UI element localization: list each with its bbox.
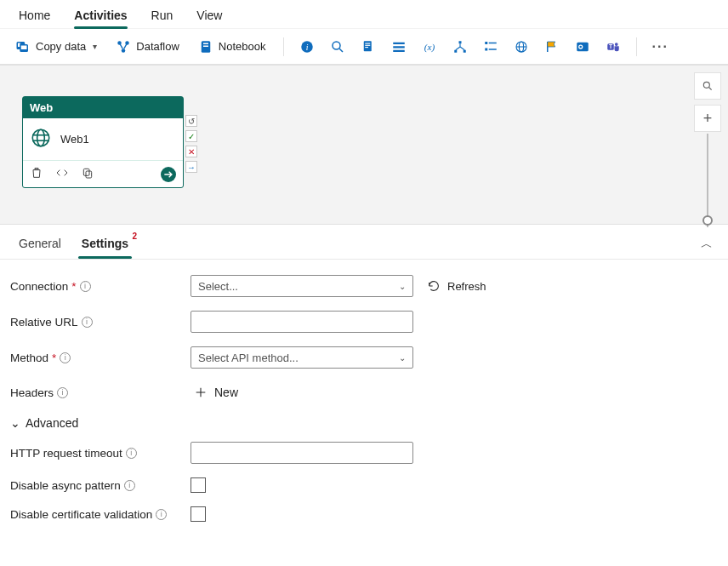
copy-icon[interactable]: [81, 166, 94, 182]
disable-cert-label-text: Disable certificate validation: [10, 508, 152, 521]
disable-async-label-text: Disable async pattern: [10, 479, 121, 492]
variable-icon[interactable]: (x): [417, 36, 442, 58]
top-menu: Home Activities Run View: [0, 0, 728, 29]
chevron-down-icon: ▾: [93, 42, 97, 51]
disable-async-checkbox[interactable]: [191, 477, 206, 493]
zoom-track[interactable]: [707, 134, 708, 227]
ribbon-toolbar: Copy data ▾ Dataflow Notebook i (x) T ··…: [0, 29, 728, 65]
add-header-button[interactable]: New: [194, 382, 238, 403]
tab-settings-label: Settings: [82, 237, 128, 250]
svg-rect-19: [454, 49, 457, 52]
svg-rect-23: [485, 48, 487, 50]
search-icon[interactable]: [325, 36, 350, 58]
relative-url-label: Relative URL i: [10, 316, 191, 329]
advanced-label: Advanced: [26, 416, 78, 430]
list-icon[interactable]: [386, 36, 412, 58]
overflow-button[interactable]: ···: [647, 36, 674, 58]
teams-icon[interactable]: T: [600, 36, 626, 58]
activity-node-web[interactable]: Web Web1: [22, 96, 184, 188]
undo-handle-icon[interactable]: ↺: [185, 115, 197, 127]
info-icon[interactable]: i: [57, 387, 68, 398]
flag-icon[interactable]: [539, 36, 565, 58]
copy-data-button[interactable]: Copy data ▾: [9, 36, 104, 58]
tab-general[interactable]: General: [9, 230, 71, 259]
headers-label-text: Headers: [10, 386, 54, 399]
svg-point-35: [37, 129, 45, 146]
svg-rect-12: [365, 44, 370, 45]
notebook-icon: [198, 39, 213, 54]
svg-rect-14: [393, 42, 405, 43]
svg-point-2: [122, 49, 126, 53]
run-arrow-icon[interactable]: [161, 167, 176, 182]
script-icon[interactable]: [355, 36, 381, 58]
advanced-toggle[interactable]: ⌄ Advanced: [10, 416, 718, 430]
method-select[interactable]: Select API method... ⌄: [191, 346, 413, 369]
info-icon[interactable]: i: [124, 480, 135, 491]
svg-point-34: [32, 129, 49, 146]
disable-cert-label: Disable certificate validation i: [10, 508, 191, 521]
info-icon[interactable]: i: [156, 509, 167, 520]
svg-line-41: [709, 88, 712, 90]
toolbar-separator: [283, 37, 284, 56]
globe-icon[interactable]: [509, 36, 534, 58]
code-icon[interactable]: [55, 166, 69, 182]
disable-async-label: Disable async pattern i: [10, 479, 191, 492]
timeout-input[interactable]: [191, 442, 413, 464]
info-icon[interactable]: i: [294, 36, 320, 58]
search-canvas-button[interactable]: [694, 72, 721, 100]
collapse-panel-button[interactable]: ︿: [701, 237, 713, 252]
zoom-in-button[interactable]: +: [694, 105, 721, 132]
node-name: Web1: [60, 133, 89, 146]
zoom-handle[interactable]: [702, 215, 713, 226]
connection-select[interactable]: Select... ⌄: [191, 275, 413, 297]
menu-activities[interactable]: Activities: [62, 3, 139, 29]
svg-point-30: [579, 45, 582, 48]
menu-view[interactable]: View: [185, 3, 234, 29]
refresh-label: Refresh: [447, 280, 486, 293]
tab-settings[interactable]: Settings 2: [71, 230, 139, 259]
chevron-down-icon: ⌄: [10, 416, 20, 430]
required-marker: *: [71, 280, 76, 293]
svg-rect-24: [488, 49, 496, 50]
info-icon[interactable]: i: [82, 317, 93, 328]
relative-url-input[interactable]: [191, 311, 413, 333]
branch-icon[interactable]: [447, 36, 473, 58]
disable-cert-checkbox[interactable]: [191, 506, 206, 522]
pipeline-canvas[interactable]: Web Web1 ↺ ✓ ✕ → +: [0, 65, 728, 225]
delete-icon[interactable]: [30, 166, 43, 182]
ellipsis-icon: ···: [652, 39, 668, 54]
info-icon[interactable]: i: [80, 281, 91, 292]
svg-text:(x): (x): [424, 41, 435, 52]
info-icon[interactable]: i: [60, 352, 71, 363]
checklist-icon[interactable]: [478, 36, 503, 58]
dataflow-label: Dataflow: [136, 40, 179, 53]
svg-rect-4: [203, 43, 208, 44]
dataflow-button[interactable]: Dataflow: [109, 36, 186, 58]
refresh-icon: [427, 279, 441, 293]
menu-run[interactable]: Run: [139, 3, 185, 29]
svg-rect-13: [365, 47, 368, 48]
svg-rect-15: [393, 46, 405, 48]
svg-point-8: [333, 42, 340, 49]
svg-point-33: [614, 43, 617, 46]
menu-home[interactable]: Home: [7, 3, 62, 29]
node-type-label: Web: [23, 97, 183, 118]
completion-handle-icon[interactable]: →: [185, 161, 197, 173]
refresh-button[interactable]: Refresh: [427, 279, 486, 293]
dataflow-icon: [116, 39, 131, 54]
failure-handle-icon[interactable]: ✕: [185, 146, 197, 157]
success-handle-icon[interactable]: ✓: [185, 130, 197, 142]
svg-rect-16: [393, 49, 405, 51]
required-marker: *: [52, 352, 56, 364]
outlook-icon[interactable]: [570, 36, 595, 58]
notebook-button[interactable]: Notebook: [191, 36, 273, 58]
svg-point-40: [703, 82, 709, 88]
svg-line-9: [339, 49, 343, 52]
svg-rect-21: [485, 42, 487, 44]
svg-rect-11: [365, 43, 370, 43]
info-icon[interactable]: i: [126, 448, 137, 459]
toolbar-separator: [636, 37, 637, 56]
new-label: New: [214, 386, 238, 399]
svg-text:i: i: [305, 42, 308, 51]
chevron-down-icon: ⌄: [399, 353, 406, 363]
